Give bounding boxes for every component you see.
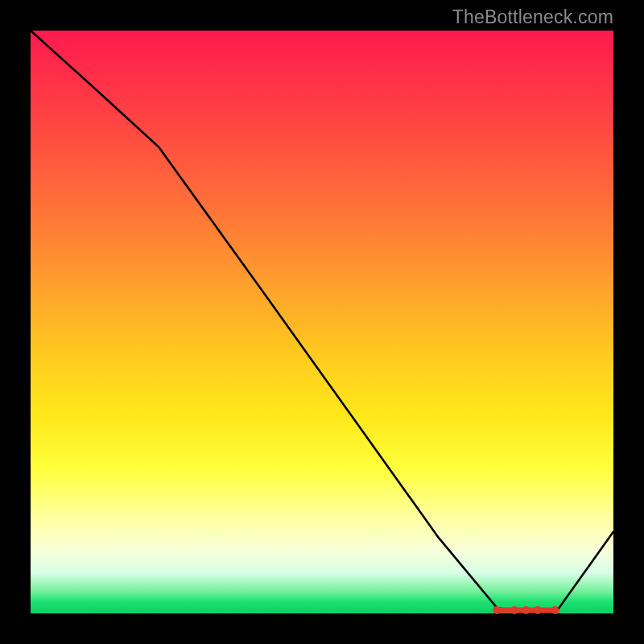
ideal-dot bbox=[522, 606, 530, 614]
chart-svg bbox=[31, 31, 613, 613]
attribution-label: TheBottleneck.com bbox=[452, 6, 613, 28]
ideal-dot bbox=[551, 606, 559, 614]
chart-frame: TheBottleneck.com bbox=[0, 0, 644, 644]
ideal-dot bbox=[493, 606, 501, 614]
plot-area bbox=[31, 31, 613, 613]
bottleneck-curve bbox=[31, 31, 613, 613]
ideal-dot bbox=[534, 606, 542, 614]
ideal-dot bbox=[510, 606, 518, 614]
